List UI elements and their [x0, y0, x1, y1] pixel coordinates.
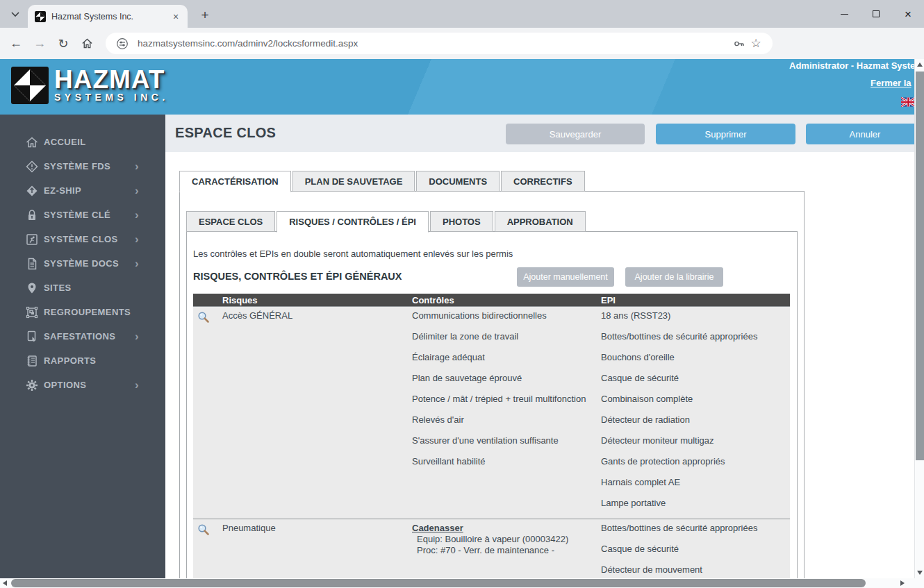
epi-item: Détecteur moniteur multigaz — [601, 435, 790, 446]
tab-plan-de-sauvetage[interactable]: PLAN DE SAUVETAGE — [292, 171, 415, 192]
back-button[interactable]: ← — [4, 32, 28, 56]
sidebar-item-regroupements[interactable]: REGROUPEMENTS — [0, 300, 165, 324]
risk-label: Pneumatique — [222, 523, 412, 534]
subtab-approbation[interactable]: APPROBATION — [495, 211, 586, 232]
epi-item: Bottes/bottines de sécurité appropriées — [601, 331, 790, 342]
main-tabs: CARACTÉRISATIONPLAN DE SAUVETAGEDOCUMENT… — [179, 171, 585, 192]
browser-tabstrip: Hazmat Systems Inc. × + × — [0, 0, 924, 28]
sidebar-item-safestations[interactable]: SAFESTATIONS› — [0, 324, 165, 348]
horizontal-scrollbar[interactable] — [0, 578, 914, 588]
scroll-up-arrow[interactable] — [917, 62, 923, 67]
ship-diamond-icon — [25, 184, 39, 198]
sidebar-item-systeme-clos[interactable]: SYSTÈME CLOS› — [0, 227, 165, 251]
maximize-button[interactable] — [860, 0, 892, 28]
new-tab-button[interactable]: + — [196, 6, 214, 24]
duplicates-notice: Les contrôles et EPIs en double seront a… — [193, 249, 513, 259]
english-language-flag-icon[interactable] — [901, 97, 914, 110]
control-item: Proc: #70 - Verr. de maintenance - — [412, 545, 601, 556]
control-item: Relevés d'air — [412, 414, 601, 426]
home-button[interactable] — [75, 32, 99, 56]
add-manually-button[interactable]: Ajouter manuellement — [517, 267, 614, 287]
epi-item: Bouchons d'oreille — [601, 352, 790, 363]
control-item: Surveillant habilité — [412, 456, 601, 467]
sidebar-item-ez-ship[interactable]: EZ-SHIP› — [0, 178, 165, 203]
sidebar-item-label: SITES — [44, 283, 72, 293]
delete-button[interactable]: Supprimer — [656, 124, 795, 144]
horizontal-scroll-thumb[interactable] — [11, 579, 866, 587]
logged-in-user-label: Administrator - Hazmat Syste — [789, 60, 914, 71]
vertical-scrollbar[interactable] — [914, 59, 924, 578]
sidebar-item-options[interactable]: OPTIONS› — [0, 373, 165, 397]
chevron-right-icon: › — [135, 379, 139, 391]
chevron-right-icon: › — [135, 185, 139, 196]
table-row: PneumatiqueCadenasserEquip: Bouilloire à… — [193, 519, 790, 578]
sidebar-item-label: SYSTÈME FDS — [44, 161, 110, 171]
risks-table-body: Accès GÉNÉRALCommunications bidirectionn… — [193, 306, 790, 578]
close-window-button[interactable]: × — [892, 0, 924, 28]
site-settings-icon[interactable] — [114, 35, 131, 52]
epi-item: Bottes/bottines de sécurité appropriées — [601, 523, 790, 534]
tab-search-button[interactable] — [6, 6, 24, 24]
window-controls: × — [828, 0, 924, 28]
browser-tab[interactable]: Hazmat Systems Inc. × — [28, 5, 188, 28]
scroll-down-arrow[interactable] — [917, 571, 923, 575]
chevron-right-icon: › — [135, 258, 139, 269]
control-item: Communications bidirectionnelles — [412, 310, 601, 321]
scroll-right-arrow[interactable] — [900, 580, 905, 586]
table-row: Accès GÉNÉRALCommunications bidirectionn… — [193, 306, 790, 519]
sidebar-item-systeme-docs[interactable]: SYSTÈME DOCS› — [0, 251, 165, 276]
close-session-link[interactable]: Fermer la — [871, 78, 914, 88]
chevron-right-icon: › — [135, 160, 139, 172]
sidebar-item-accueil[interactable]: ACCUEIL — [0, 130, 165, 154]
control-item: Potence / mât / trépied + treuil multifo… — [412, 394, 601, 405]
reload-button[interactable]: ↻ — [51, 32, 75, 56]
sidebar-item-label: EZ-SHIP — [44, 185, 81, 196]
cancel-button[interactable]: Annuler — [806, 124, 924, 144]
tab-caracterisation[interactable]: CARACTÉRISATION — [179, 171, 291, 192]
chevron-down-icon — [11, 12, 19, 17]
sidebar-item-sites[interactable]: SITES — [0, 276, 165, 300]
url-bar[interactable]: hazmatsystemsinc.com/adminv2/lockcsforme… — [106, 33, 773, 54]
subtab-espace-clos[interactable]: ESPACE CLOS — [186, 211, 275, 232]
vertical-scroll-thumb[interactable] — [916, 72, 924, 460]
minimize-button[interactable] — [828, 0, 860, 28]
sidebar-item-rapports[interactable]: RAPPORTS — [0, 348, 165, 373]
control-link[interactable]: Cadenasser — [412, 523, 601, 534]
control-item: Plan de sauvetage éprouvé — [412, 373, 601, 384]
add-from-library-button[interactable]: Ajouter de la librairie — [625, 267, 723, 287]
epi-item: Détecteur de mouvement — [601, 564, 790, 576]
forward-button[interactable]: → — [28, 32, 51, 56]
subtab-risques-controles-epi[interactable]: RISQUES / CONTRÔLES / ÉPI — [277, 211, 429, 233]
sidebar-item-label: OPTIONS — [44, 380, 86, 390]
password-key-icon[interactable] — [731, 35, 748, 52]
save-button[interactable]: Sauvegarder — [506, 124, 645, 144]
tab-close-icon[interactable]: × — [170, 10, 182, 23]
hazmat-favicon — [35, 11, 46, 22]
scroll-left-arrow[interactable] — [3, 580, 7, 586]
screen: Hazmat Systems Inc. × + × ← → ↻ hazmatsy… — [0, 0, 924, 588]
row-detail-magnifier-icon[interactable] — [193, 310, 222, 519]
control-item: S'assurer d'une ventilation suffisante — [412, 435, 601, 446]
page-title: ESPACE CLOS — [175, 125, 276, 141]
col-header-controles: Contrôles — [412, 295, 601, 305]
epi-item: Casque de sécurité — [601, 373, 790, 384]
lock-icon — [25, 208, 39, 222]
tab-documents[interactable]: DOCUMENTS — [416, 171, 500, 192]
hazmat-diamond-icon — [11, 67, 49, 104]
url-text[interactable]: hazmatsystemsinc.com/adminv2/lockcsforme… — [138, 38, 731, 49]
control-item: Equip: Bouilloire à vapeur (00003422) — [412, 534, 601, 545]
epi-item: Harnais complet AE — [601, 477, 790, 488]
bookmark-star-icon[interactable]: ☆ — [748, 35, 764, 52]
epi-item: Combinaison complète — [601, 394, 790, 405]
hazmat-logo[interactable]: HAZMAT SYSTEMS INC. — [11, 67, 169, 104]
sidebar-item-label: SYSTÈME CLOS — [44, 234, 118, 244]
browser-toolbar: ← → ↻ hazmatsystemsinc.com/adminv2/lockc… — [0, 28, 924, 59]
sidebar-item-systeme-cle[interactable]: SYSTÈME CLÉ› — [0, 203, 165, 227]
col-header-epi: EPI — [601, 295, 790, 305]
control-item: Délimiter la zone de travail — [412, 331, 601, 342]
row-detail-magnifier-icon[interactable] — [193, 523, 222, 578]
sidebar-item-label: RAPPORTS — [44, 355, 96, 366]
tab-correctifs[interactable]: CORRECTIFS — [501, 171, 585, 192]
subtab-photos[interactable]: PHOTOS — [430, 211, 493, 232]
sidebar-item-systeme-fds[interactable]: SYSTÈME FDS› — [0, 154, 165, 178]
